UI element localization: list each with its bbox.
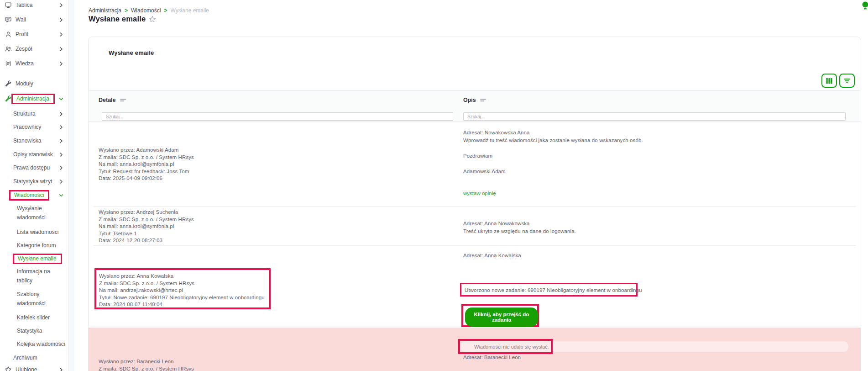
sidebar-item-statystyka-wizyt[interactable]: Statystyka wizyt (0, 176, 69, 186)
filter-icon (843, 78, 851, 84)
annotation-box: Wysłano przez: Anna Kowalska Z maila: SD… (94, 268, 271, 309)
breadcrumb-current: Wysłane emaile (170, 7, 209, 14)
chevron-right-icon (60, 166, 63, 170)
wrench-icon (5, 95, 12, 102)
sidebar-item-wysylanie-wiadomosci[interactable]: Wysyłaniewiadomości (0, 204, 69, 223)
sidebar-item-tablica[interactable]: Tablica (0, 0, 69, 10)
chevron-right-icon (60, 139, 63, 143)
favorite-star-icon[interactable] (149, 16, 156, 23)
card-heading: Wysłane emaile (109, 49, 154, 56)
sidebar: Tablica Wall Profil Zespół Wiedza Moduły (0, 0, 69, 371)
breadcrumb-separator: > (125, 7, 128, 14)
breadcrumb-separator: > (164, 7, 167, 14)
sidebar-item-struktura[interactable]: Struktura (0, 109, 69, 119)
annotation-box: Wysłane emaile (13, 254, 62, 264)
chevron-right-icon (60, 32, 63, 37)
chevron-right-icon (60, 153, 63, 157)
chevron-right-icon (60, 368, 63, 371)
sidebar-item-zespol[interactable]: Zespół (0, 44, 69, 54)
sidebar-item-pracownicy[interactable]: Pracownicy (0, 122, 69, 132)
breadcrumb: Administracja>Wiadomości>Wysłane emaile (89, 7, 209, 14)
chevron-right-icon (60, 180, 63, 184)
sidebar-scroll-track[interactable] (69, 0, 74, 371)
chevron-right-icon (60, 112, 63, 116)
sidebar-item-administracja[interactable]: Administracja (0, 94, 69, 104)
sidebar-item-archiwum[interactable]: Archiwum (0, 353, 69, 363)
sidebar-item-stanowiska[interactable]: Stanowiska (0, 136, 69, 146)
columns-icon (826, 78, 833, 84)
chevron-down-icon (60, 97, 63, 101)
team-icon (5, 45, 12, 53)
annotation-box (458, 339, 553, 354)
wrench-icon (5, 80, 12, 87)
page-title: Wysłane emaile (89, 15, 146, 23)
sidebar-item-wall[interactable]: Wall (0, 15, 69, 25)
opis-search-input[interactable] (463, 112, 846, 121)
chevron-right-icon (60, 62, 63, 66)
annotation-box: Utworzono nowe zadanie: 690197 Nieobliga… (460, 283, 638, 297)
row-divider (93, 206, 856, 207)
sidebar-item-lista-wiadomosci[interactable]: Lista wiadomości (0, 227, 69, 237)
row-4-detale: Wysłano przez: Baranecki Leon Z maila: S… (99, 358, 194, 371)
annotation-box: Kliknij, aby przejść do zadania (461, 304, 539, 327)
column-header-opis[interactable]: Opis (463, 97, 486, 103)
sidebar-item-szablony-wiadomosci[interactable]: Szablonywiadomości (0, 290, 69, 309)
sidebar-item-profil[interactable]: Profil (0, 29, 69, 39)
sidebar-item-prawa-dostepu[interactable]: Prawa dostępu (0, 163, 69, 173)
sidebar-item-ulubione[interactable]: Ulubione (0, 365, 69, 371)
annotation-box: Wiadomości (9, 190, 49, 201)
monitor-icon (5, 1, 12, 9)
breadcrumb-wiadomosci[interactable]: Wiadomości (131, 7, 161, 14)
chevron-right-icon (60, 18, 63, 22)
columns-view-button[interactable] (821, 74, 837, 88)
sidebar-item-kafelek-slider[interactable]: Kafelek slider (0, 313, 69, 323)
filter-button[interactable] (839, 74, 855, 88)
go-to-task-button[interactable]: Kliknij, aby przejść do zadania (465, 307, 538, 327)
row-2-opis: Adresat: Anna Nowakowska Treść ukryto ze… (463, 220, 576, 235)
sidebar-item-moduly[interactable]: Moduły (0, 79, 69, 89)
detale-search-input[interactable] (102, 112, 453, 121)
sidebar-item-informacja-na-tablicy[interactable]: Informacja natablicy (0, 267, 69, 286)
sidebar-item-opisy-stanowisk[interactable]: Opisy stanowisk (0, 149, 69, 159)
row-divider (93, 245, 856, 246)
column-header-detale[interactable]: Detale (99, 97, 126, 103)
give-opinion-link[interactable]: wystaw opinię (463, 191, 496, 196)
row-4-opis-adresat: Adresat: Baranecki Leon (463, 355, 521, 360)
chevron-right-icon (60, 3, 63, 7)
sort-icon (480, 98, 486, 102)
sidebar-item-kategorie-forum[interactable]: Kategorie forum (0, 240, 69, 250)
star-icon (5, 366, 12, 371)
row-1-opis: Adresat: Nowakowska Anna Wprowadź tu tre… (463, 129, 643, 175)
sent-emails-card: Wysłane emaile Detale Opis Wysłano przez… (88, 37, 861, 371)
user-icon (5, 31, 12, 38)
sidebar-item-statystyka[interactable]: Statystyka (0, 326, 69, 336)
breadcrumb-administracja[interactable]: Administracja (89, 7, 121, 14)
chevron-down-icon (60, 193, 63, 197)
sidebar-item-kolejka-wiadomosci[interactable]: Kolejka wiadomości (0, 339, 69, 349)
app-screen: Tablica Wall Profil Zespół Wiedza Moduły (0, 0, 868, 371)
row-3-detale: Wysłano przez: Anna Kowalska Z maila: SD… (99, 273, 265, 308)
annotation-box: Administracja (11, 94, 55, 104)
sidebar-item-wiedza[interactable]: Wiedza (0, 58, 69, 69)
sort-icon (120, 98, 126, 102)
row-3-opis-adresat: Adresat: Anna Kowalska (463, 252, 521, 260)
chat-icon (5, 16, 12, 23)
row-1-detale: Wysłano przez: Adamowski Adam Z maila: S… (99, 147, 194, 182)
chevron-right-icon (60, 125, 63, 129)
row-3-task-text: Utworzono nowe zadanie: 690197 Nieobliga… (465, 286, 642, 294)
sidebar-item-wyslane-emaile[interactable]: Wysłane emaile (0, 254, 69, 264)
sidebar-item-wiadomosci[interactable]: Wiadomości (0, 190, 69, 200)
hint-bulb-icon[interactable] (861, 1, 868, 11)
chevron-right-icon (60, 47, 63, 51)
document-icon (5, 60, 12, 67)
row-2-detale: Wysłano przez: Andrzej Suchenia Z maila:… (99, 209, 194, 244)
